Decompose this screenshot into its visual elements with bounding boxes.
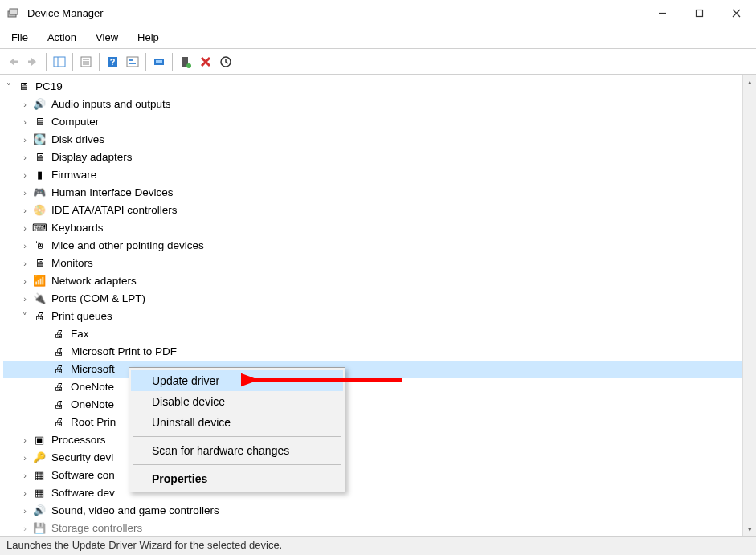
tree-node-label: OneNote	[69, 379, 116, 395]
printer-icon: 🖨	[51, 415, 66, 430]
forward-button[interactable]	[23, 52, 43, 71]
tree-root-node[interactable]: ˅🖥PC19	[3, 78, 756, 96]
keyboard-icon: ⌨	[32, 221, 47, 235]
pc-icon: 🖥	[16, 80, 31, 94]
expand-toggle[interactable]: ˅	[3, 79, 14, 95]
tree-category-node[interactable]: ›📀IDE ATA/ATAPI controllers	[3, 202, 756, 219]
tree-node-label: Human Interface Devices	[50, 185, 175, 201]
tree-node-label: Microsoft	[69, 361, 116, 377]
tree-category-node[interactable]: ›🔊Sound, video and game controllers	[3, 502, 756, 520]
expand-toggle[interactable]: ›	[19, 467, 31, 484]
disable-device-button[interactable]	[216, 52, 235, 71]
tree-category-node[interactable]: ›🎮Human Interface Devices	[3, 184, 756, 202]
uninstall-device-button[interactable]	[196, 52, 215, 71]
tree-category-node[interactable]: ˅🖨Print queues	[3, 308, 756, 325]
minimize-button[interactable]	[644, 1, 680, 27]
expand-toggle[interactable]: ›	[19, 167, 31, 183]
maximize-button[interactable]	[680, 1, 717, 27]
expand-toggle[interactable]: ›	[19, 132, 31, 148]
printer-icon: 🖨	[51, 398, 66, 412]
annotation-arrow	[241, 372, 410, 388]
tree-category-node[interactable]: ›▮Firmware	[3, 166, 756, 184]
disk-icon: 💽	[32, 133, 47, 147]
tree-category-node[interactable]: ›▦Software con	[3, 467, 756, 484]
show-hide-console-tree-button[interactable]	[50, 52, 69, 71]
scan-hardware-button[interactable]	[149, 52, 169, 71]
tree-node-label: IDE ATA/ATAPI controllers	[50, 202, 179, 218]
expand-toggle[interactable]: ›	[19, 520, 31, 536]
expand-toggle[interactable]: ›	[19, 220, 31, 236]
help-button[interactable]: ?	[103, 52, 122, 71]
tree-category-node[interactable]: ›🔑Security devi	[3, 449, 756, 467]
menu-file[interactable]: File	[3, 29, 36, 46]
processor-icon: ▣	[32, 433, 47, 447]
expand-toggle[interactable]: ›	[19, 149, 31, 165]
tree-node-label: Mice and other pointing devices	[50, 238, 206, 254]
expand-toggle[interactable]: ›	[19, 503, 31, 519]
menu-action[interactable]: Action	[39, 29, 84, 46]
expand-toggle[interactable]: ›	[19, 273, 31, 289]
printer-icon: 🖨	[51, 380, 66, 394]
back-button[interactable]	[3, 52, 22, 71]
expand-toggle[interactable]: ›	[19, 255, 31, 271]
statusbar: Launches the Update Driver Wizard for th…	[0, 536, 756, 555]
expand-toggle[interactable]: ›	[19, 202, 31, 218]
expand-toggle[interactable]: ›	[19, 485, 31, 501]
svg-text:?: ?	[110, 57, 116, 67]
printer-icon: 🖨	[51, 362, 66, 377]
tree-device-node[interactable]: 🖨OneNote	[3, 396, 756, 414]
action-button[interactable]	[123, 52, 142, 71]
properties-button[interactable]	[76, 52, 96, 71]
tree-category-node[interactable]: ›▣Processors	[3, 431, 756, 449]
tree-device-node[interactable]: 🖨Microsoft Print to PDF	[3, 343, 756, 361]
toolbar-separator	[99, 53, 100, 71]
context-menu-item-properties[interactable]: Properties	[131, 468, 343, 489]
expand-toggle[interactable]: ›	[19, 96, 31, 112]
tree-category-node[interactable]: ›🖥Display adapters	[3, 149, 756, 166]
expand-toggle[interactable]: ›	[19, 185, 31, 201]
expand-toggle[interactable]: ›	[19, 238, 31, 254]
expand-toggle[interactable]: ›	[19, 114, 31, 130]
tree-category-node[interactable]: ›⌨Keyboards	[3, 219, 756, 237]
tree-category-node[interactable]: ›🖱Mice and other pointing devices	[3, 237, 756, 255]
menu-view[interactable]: View	[88, 29, 126, 46]
tree-category-node[interactable]: ›🖥Computer	[3, 113, 756, 131]
context-menu-item-uninstall-device[interactable]: Uninstall device	[131, 412, 343, 433]
tree-node-label: Sound, video and game controllers	[50, 503, 221, 519]
tree-node-label: Microsoft Print to PDF	[69, 344, 178, 360]
tree-device-node[interactable]: 🖨Root Prin	[3, 414, 756, 431]
expand-toggle[interactable]: ›	[19, 291, 31, 307]
expand-toggle[interactable]: ˅	[19, 308, 31, 324]
expand-toggle[interactable]: ›	[19, 432, 31, 448]
scroll-up-arrow[interactable]: ▴	[743, 75, 756, 88]
expand-toggle[interactable]: ›	[19, 450, 31, 466]
context-menu-item-scan-for-hardware-changes[interactable]: Scan for hardware changes	[131, 440, 343, 461]
tree-device-node[interactable]: 🖨Fax	[3, 325, 756, 343]
tree-category-node[interactable]: ›🔊Audio inputs and outputs	[3, 96, 756, 113]
hid-icon: 🎮	[32, 186, 47, 200]
toolbar-separator	[172, 53, 173, 71]
tree-category-node[interactable]: ›💽Disk drives	[3, 131, 756, 149]
window-controls	[644, 1, 754, 27]
menu-help[interactable]: Help	[129, 29, 167, 46]
scroll-down-arrow[interactable]: ▾	[743, 522, 756, 536]
sound-icon: 🔊	[32, 504, 47, 518]
tree-category-node[interactable]: ›📶Network adapters	[3, 272, 756, 290]
titlebar: Device Manager	[0, 0, 756, 27]
tree-category-node[interactable]: ›🖥Monitors	[3, 255, 756, 272]
tree-category-node[interactable]: ›💾Storage controllers	[3, 520, 756, 536]
close-button[interactable]	[717, 1, 754, 27]
tree-category-node[interactable]: ›▦Software dev	[3, 484, 756, 502]
svg-rect-3	[696, 10, 702, 17]
software-icon: ▦	[32, 486, 47, 500]
storage-icon: 💾	[32, 521, 47, 536]
display-icon: 🖥	[32, 150, 47, 165]
tree-node-label: PC19	[34, 79, 64, 95]
device-tree[interactable]: ˅🖥PC19›🔊Audio inputs and outputs›🖥Comput…	[0, 75, 756, 536]
tree-node-label: Software con	[50, 467, 116, 484]
tree-category-node[interactable]: ›🔌Ports (COM & LPT)	[3, 290, 756, 308]
update-driver-button[interactable]	[176, 52, 195, 71]
tree-node-label: Monitors	[50, 255, 95, 271]
vertical-scrollbar[interactable]: ▴ ▾	[742, 75, 756, 536]
context-menu-item-disable-device[interactable]: Disable device	[131, 391, 343, 412]
